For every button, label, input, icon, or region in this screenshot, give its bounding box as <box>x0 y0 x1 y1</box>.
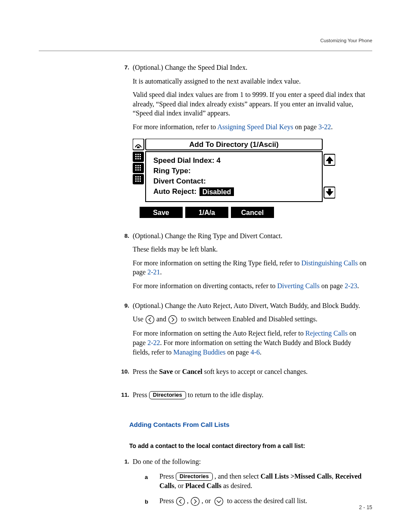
step-number: 11. <box>117 390 133 399</box>
step-number: 9. <box>117 301 133 310</box>
link-page-2-23[interactable]: 2-23 <box>345 282 357 289</box>
link-page-4-6[interactable]: 4-6 <box>251 348 260 356</box>
svg-rect-14 <box>140 158 141 159</box>
proc-1b: b Press , , or to access the desired cal… <box>145 496 369 506</box>
svg-rect-27 <box>137 176 139 177</box>
screen-row3: Divert Contact: <box>153 177 206 185</box>
proc-1a-body: Press Directories , and then select Call… <box>159 472 369 491</box>
svg-rect-13 <box>137 158 139 159</box>
svg-rect-19 <box>135 167 137 168</box>
svg-rect-18 <box>140 165 141 166</box>
step-11: 11. Press Directories to return to the i… <box>129 390 369 404</box>
main-content: 7. (Optional.) Change the Speed Dial Ind… <box>129 63 369 512</box>
step-7: 7. (Optional.) Change the Speed Dial Ind… <box>129 63 369 225</box>
arrow-right-icon <box>190 497 200 506</box>
step-9-line3: For more information on setting the Auto… <box>133 329 369 357</box>
step-8-line4: For more information on diverting contac… <box>133 281 369 291</box>
step-7-line2: It is automatically assigned to the next… <box>133 77 369 86</box>
svg-rect-8 <box>140 154 141 155</box>
step-7-line1: (Optional.) Change the Speed Dial Index. <box>133 63 369 72</box>
svg-rect-32 <box>135 180 137 182</box>
link-page-2-21[interactable]: 2-21 <box>147 268 160 276</box>
step-8-line1: (Optional.) Change the Ring Type and Div… <box>133 231 369 241</box>
screen-row4-label: Auto Reject: <box>153 187 196 196</box>
screen-row4-value: Disabled <box>202 188 231 196</box>
step-number: 10. <box>117 367 133 376</box>
svg-rect-26 <box>135 176 137 177</box>
arrow-right-icon <box>168 315 177 324</box>
section-heading: Adding Contacts From Call Lists <box>129 420 369 429</box>
arrow-left-icon <box>176 497 185 506</box>
screen-title: Add To Directory (1/Ascii) <box>189 140 279 149</box>
procedure-heading: To add a contact to the local contact di… <box>129 442 369 450</box>
link-diverting-calls[interactable]: Diverting Calls <box>277 282 319 289</box>
svg-rect-34 <box>140 180 141 182</box>
proc-1-text: Do one of the following: <box>133 457 369 467</box>
step-10-text: Press the Save or Cancel soft keys to ac… <box>133 367 369 376</box>
step-number: 1. <box>117 457 133 466</box>
directories-key: Directories <box>176 473 213 481</box>
step-10: 10. Press the Save or Cancel soft keys t… <box>129 367 369 381</box>
svg-rect-22 <box>135 169 137 171</box>
svg-rect-24 <box>140 169 141 171</box>
svg-rect-30 <box>137 178 139 180</box>
softkey-cancel: Cancel <box>241 209 264 216</box>
sub-letter-a: a <box>145 472 159 481</box>
svg-rect-9 <box>135 156 137 157</box>
svg-rect-23 <box>137 169 139 171</box>
svg-rect-17 <box>137 165 139 166</box>
arrow-left-icon <box>145 315 155 324</box>
step-7-line3: Valid speed dial index values are from 1… <box>133 90 369 118</box>
header-rule <box>39 50 372 51</box>
softkey-save: Save <box>153 209 169 216</box>
step-7-line4: For more information, refer to Assigning… <box>133 122 369 132</box>
step-9: 9. (Optional.) Change the Auto Reject, A… <box>129 301 369 361</box>
proc-1b-body: Press , , or to access the desired call … <box>159 496 369 506</box>
link-distinguishing-calls[interactable]: Distinguishing Calls <box>301 259 358 267</box>
sub-letter-b: b <box>145 496 159 506</box>
step-8: 8. (Optional.) Change the Ring Type and … <box>129 231 369 295</box>
step-9-line2: Use and to switch between Enabled and Di… <box>133 314 369 324</box>
svg-rect-33 <box>137 180 139 182</box>
link-assigning-speed-dial-keys[interactable]: Assigning Speed Dial Keys <box>217 123 293 131</box>
step-8-line3: For more information on setting the Ring… <box>133 258 369 277</box>
link-rejecting-calls[interactable]: Rejecting Calls <box>305 330 348 337</box>
phone-screenshot: Add To Directory (1/Ascii) Speed Dial In… <box>133 139 369 219</box>
svg-rect-20 <box>137 167 139 168</box>
svg-rect-16 <box>135 165 137 166</box>
svg-rect-10 <box>137 156 139 157</box>
step-8-line2: These fields may be left blank. <box>133 245 369 254</box>
svg-rect-7 <box>137 154 139 155</box>
softkey-mode: 1/A/a <box>199 209 215 216</box>
svg-rect-29 <box>135 178 137 180</box>
svg-rect-4 <box>137 146 140 148</box>
link-page-2-22[interactable]: 2-22 <box>147 339 160 346</box>
link-managing-buddies[interactable]: Managing Buddies <box>173 348 225 356</box>
svg-rect-12 <box>135 158 137 159</box>
running-head: Customizing Your Phone <box>321 38 372 43</box>
step-number: 7. <box>117 63 133 72</box>
link-page-3-22[interactable]: 3-22 <box>318 123 331 131</box>
step-9-line1: (Optional.) Change the Auto Reject, Auto… <box>133 301 369 311</box>
step-11-text: Press Directories to return to the idle … <box>133 390 369 400</box>
directories-key: Directories <box>149 391 186 399</box>
svg-rect-11 <box>140 156 141 157</box>
proc-step-1: 1. Do one of the following: a Press Dire… <box>129 457 369 513</box>
screen-row1: Speed Dial Index: 4 <box>153 156 221 165</box>
svg-rect-31 <box>140 178 141 180</box>
proc-1a: a Press Directories , and then select Ca… <box>145 472 369 491</box>
svg-rect-28 <box>140 176 141 177</box>
step-number: 8. <box>117 231 133 240</box>
screen-row2: Ring Type: <box>153 167 191 175</box>
svg-rect-6 <box>135 154 137 155</box>
page-number: 2 - 15 <box>359 504 372 510</box>
arrow-down-icon <box>214 497 224 506</box>
svg-rect-21 <box>140 167 141 168</box>
